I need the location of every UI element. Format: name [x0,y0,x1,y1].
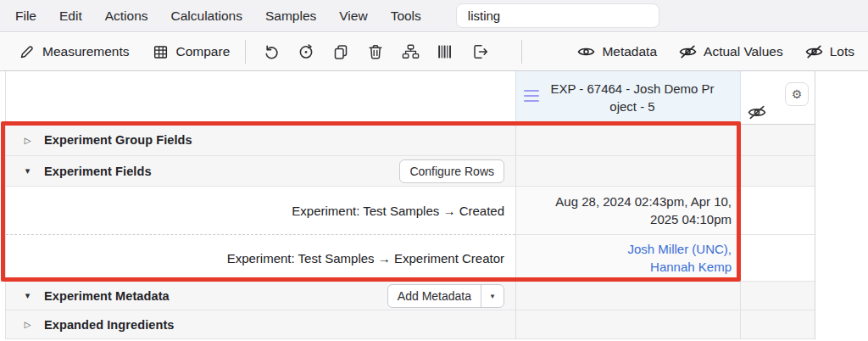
table-row: ▾ Experiment Fields Configure Rows [6,156,815,187]
menu-tools[interactable]: Tools [391,8,421,24]
collapse-toggle-icon[interactable]: ▷ [23,136,32,145]
empty-cell [741,156,815,187]
metadata-toggle[interactable]: Metadata [577,44,657,59]
empty-cell [515,310,741,339]
empty-cell [741,310,815,339]
copy-icon[interactable] [331,42,351,62]
configure-rows-button[interactable]: Configure Rows [399,159,504,183]
experiment-listing-table: EXP - 67464 - Josh Demo Pr oject - 5 ⚙ ▷… [5,71,815,339]
group-row-expanded-ingredients[interactable]: ▷ Expanded Ingredients [6,310,515,339]
table-grid-icon [153,44,169,60]
chevron-down-icon: ▾ [491,292,495,300]
created-value-cell[interactable]: Aug 28, 2024 02:43pm, Apr 10, 2025 04:10… [515,187,741,235]
search-input[interactable] [456,3,659,28]
column-settings-button[interactable]: ⚙ [785,82,809,106]
empty-cell [515,282,741,310]
trash-icon[interactable] [365,42,386,62]
toolbar: Measurements Compare [0,33,868,71]
collapse-toggle-icon[interactable]: ▷ [23,320,32,329]
table-row: Experiment: Test Samples → Experiment Cr… [6,235,815,282]
barcode-icon[interactable] [435,42,455,62]
header-controls-cell: ⚙ [741,71,815,125]
hierarchy-icon[interactable] [400,42,420,62]
menu-view[interactable]: View [339,8,367,24]
eye-slash-icon [805,45,823,59]
menu-edit[interactable]: Edit [59,8,82,24]
add-metadata-split-button: Add Metadata ▾ [387,284,504,308]
header-label-spacer [6,71,515,125]
eye-slash-icon [679,45,697,59]
group-row-experiment-group-fields[interactable]: ▷ Experiment Group Fields [6,125,515,156]
empty-cell [741,187,815,235]
pencil-icon [19,44,35,60]
menu-bar: File Edit Actions Calculations Samples V… [0,0,868,32]
menu-calculations[interactable]: Calculations [171,8,242,24]
measurements-button[interactable]: Measurements [19,44,130,60]
add-metadata-button[interactable]: Add Metadata [388,285,481,307]
menu-actions[interactable]: Actions [105,8,148,24]
column-drag-handle-icon[interactable] [524,90,539,102]
field-label-experiment-creator: Experiment: Test Samples → Experiment Cr… [6,235,515,282]
table-row: ▷ Experiment Group Fields [6,125,815,156]
empty-cell [741,235,815,282]
rerun-icon[interactable] [296,42,316,62]
expand-toggle-icon[interactable]: ▾ [23,165,32,176]
table-header-row: EXP - 67464 - Josh Demo Pr oject - 5 ⚙ [6,71,815,125]
lots-toggle[interactable]: Lots [805,44,854,59]
group-row-experiment-metadata[interactable]: ▾ Experiment Metadata Add Metadata ▾ [6,282,515,310]
actual-values-toggle[interactable]: Actual Values [679,44,783,59]
table-row: Experiment: Test Samples → Created Aug 2… [6,187,815,235]
user-link[interactable]: Hannah Kemp [525,258,732,276]
toolbar-divider [521,40,522,64]
experiment-column-title: EXP - 67464 - Josh Demo Pr oject - 5 [516,80,740,115]
compare-button[interactable]: Compare [153,44,231,60]
app-window: File Edit Actions Calculations Samples V… [0,0,868,341]
empty-cell [515,125,741,156]
group-row-experiment-fields[interactable]: ▾ Experiment Fields Configure Rows [6,156,515,187]
field-label-created: Experiment: Test Samples → Created [6,187,515,235]
menu-samples[interactable]: Samples [265,8,316,24]
menu-file[interactable]: File [15,8,36,24]
gear-icon: ⚙ [792,87,803,101]
add-metadata-dropdown-button[interactable]: ▾ [481,285,504,307]
toolbar-divider [245,40,246,64]
eye-icon [577,45,595,59]
undo-icon[interactable] [261,42,281,62]
visibility-toggle-group: Metadata Actual Values Lots [574,44,854,59]
creator-value-cell: Josh Miller (UNC), Hannah Kemp [515,235,741,282]
hide-column-eye-slash-icon[interactable] [748,105,766,120]
expand-toggle-icon[interactable]: ▾ [23,290,32,301]
user-link[interactable]: Josh Miller (UNC), [525,240,732,258]
table-row: ▾ Experiment Metadata Add Metadata ▾ [6,282,815,310]
experiment-column-header[interactable]: EXP - 67464 - Josh Demo Pr oject - 5 [515,71,741,125]
empty-cell [741,125,815,156]
table-row: ▷ Expanded Ingredients [6,310,815,339]
empty-cell [515,156,741,187]
empty-cell [741,282,815,310]
export-icon[interactable] [470,42,490,62]
